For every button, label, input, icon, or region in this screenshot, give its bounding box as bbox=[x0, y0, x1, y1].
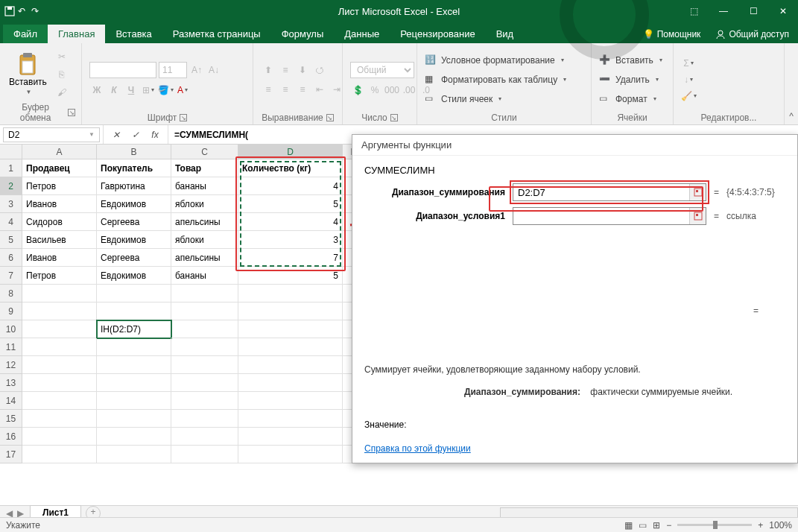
font-family-combo[interactable] bbox=[89, 62, 156, 78]
comma-icon[interactable]: 000 bbox=[384, 83, 399, 98]
font-launcher[interactable]: ↘ bbox=[180, 114, 187, 121]
inc-decimal-icon[interactable]: .00 bbox=[402, 83, 417, 98]
bold-button[interactable]: Ж bbox=[89, 83, 104, 98]
number-launcher[interactable]: ↘ bbox=[390, 114, 398, 121]
active-cell[interactable]: ІН(D2:D7) bbox=[97, 320, 171, 338]
maximize-icon[interactable]: ☐ bbox=[738, 0, 768, 22]
arg1-input[interactable] bbox=[513, 184, 689, 200]
arg1-label: Диапазон_суммирования bbox=[375, 187, 505, 197]
arg1-result: {4:5:4:3:7:5} bbox=[726, 187, 775, 197]
view-layout-icon[interactable]: ▭ bbox=[639, 520, 647, 531]
insert-cells-button[interactable]: ➕Вставить▾ bbox=[599, 51, 662, 69]
window-title: Лист Microsoft Excel - Excel bbox=[338, 6, 460, 17]
align-bottom-icon[interactable]: ⬇ bbox=[295, 63, 310, 77]
align-launcher[interactable]: ↘ bbox=[326, 114, 334, 121]
cell-styles-button[interactable]: ▭Стили ячеек▾ bbox=[425, 90, 583, 108]
copy-icon[interactable]: ⎘ bbox=[54, 67, 69, 82]
cancel-formula-icon[interactable]: ✕ bbox=[108, 130, 124, 140]
autosum-icon[interactable]: Σ▾ bbox=[681, 56, 696, 71]
format-table-button[interactable]: ▦Форматировать как таблицу▾ bbox=[425, 71, 583, 89]
indent-dec-icon[interactable]: ⇤ bbox=[312, 82, 327, 97]
format-cells-button[interactable]: ▭Формат▾ bbox=[599, 90, 662, 108]
fill-color-icon[interactable]: 🪣▾ bbox=[158, 83, 173, 98]
align-left-icon[interactable]: ≡ bbox=[261, 82, 276, 97]
border-icon[interactable]: ⊞▾ bbox=[141, 83, 156, 98]
col-head-a[interactable]: A bbox=[22, 145, 97, 159]
cell-styles-icon: ▭ bbox=[425, 93, 437, 105]
status-bar: Укажите ▦ ▭ ⊞ − + 100% bbox=[0, 517, 798, 532]
cell[interactable]: Продавец bbox=[22, 159, 97, 177]
arg2-input[interactable] bbox=[513, 208, 689, 224]
name-box[interactable]: D2▼ bbox=[3, 127, 100, 142]
tab-formulas[interactable]: Формулы bbox=[271, 25, 335, 43]
view-normal-icon[interactable]: ▦ bbox=[624, 520, 633, 531]
tab-view[interactable]: Вид bbox=[486, 25, 525, 43]
save-icon[interactable] bbox=[4, 6, 15, 16]
conditional-format-button[interactable]: 🔢Условное форматирование▾ bbox=[425, 51, 583, 69]
svg-rect-1 bbox=[7, 7, 12, 10]
minimize-icon[interactable]: — bbox=[709, 0, 738, 22]
view-break-icon[interactable]: ⊞ bbox=[653, 520, 660, 531]
paste-button[interactable]: Вставить ▼ bbox=[6, 51, 50, 97]
format-painter-icon[interactable]: 🖌 bbox=[54, 85, 69, 100]
cut-icon[interactable]: ✂ bbox=[54, 49, 69, 64]
delete-cells-button[interactable]: ➖Удалить▾ bbox=[599, 71, 662, 89]
arg2-result: ссылка bbox=[726, 211, 756, 221]
number-format-combo[interactable]: Общий bbox=[350, 62, 414, 78]
ribbon-options-icon[interactable]: ⬚ bbox=[679, 0, 709, 22]
align-right-icon[interactable]: ≡ bbox=[295, 82, 310, 97]
svg-rect-4 bbox=[23, 53, 32, 57]
accept-formula-icon[interactable]: ✓ bbox=[127, 130, 144, 140]
zoom-slider[interactable] bbox=[677, 524, 752, 526]
table-icon: ▦ bbox=[425, 74, 437, 86]
zoom-in-icon[interactable]: + bbox=[758, 520, 763, 531]
col-head-d[interactable]: D bbox=[238, 145, 343, 159]
col-head-b[interactable]: B bbox=[97, 145, 171, 159]
fill-icon[interactable]: ↓▾ bbox=[681, 72, 696, 87]
increase-font-icon[interactable]: A↑ bbox=[189, 63, 204, 77]
param-label: Диапазон_суммирования: bbox=[364, 387, 588, 397]
col-head-c[interactable]: C bbox=[171, 145, 238, 159]
help-link[interactable]: Справка по этой функции bbox=[364, 443, 785, 454]
value-label: Значение: bbox=[364, 419, 785, 430]
function-description: Суммирует ячейки, удовлетворяющие заданн… bbox=[364, 364, 785, 375]
range-selector-icon[interactable] bbox=[689, 184, 706, 200]
orientation-icon[interactable]: ⭯ bbox=[312, 63, 327, 77]
tab-review[interactable]: Рецензирование bbox=[390, 25, 485, 43]
percent-icon[interactable]: % bbox=[367, 83, 382, 98]
align-center-icon[interactable]: ≡ bbox=[278, 82, 293, 97]
titlebar: ↶ ↷ Лист Microsoft Excel - Excel ⬚ — ☐ ✕ bbox=[0, 0, 798, 22]
select-all-corner[interactable] bbox=[0, 145, 22, 159]
undo-icon[interactable]: ↶ bbox=[18, 6, 28, 16]
align-mid-icon[interactable]: ≡ bbox=[278, 63, 293, 77]
indent-inc-icon[interactable]: ⇥ bbox=[329, 82, 344, 97]
italic-button[interactable]: К bbox=[107, 83, 121, 98]
tab-layout[interactable]: Разметка страницы bbox=[162, 25, 271, 43]
fx-icon[interactable]: fx bbox=[147, 130, 163, 140]
tab-insert[interactable]: Вставка bbox=[105, 25, 162, 43]
svg-rect-9 bbox=[696, 190, 698, 192]
redo-icon[interactable]: ↷ bbox=[31, 6, 42, 16]
font-color-icon[interactable]: A▾ bbox=[175, 83, 190, 98]
currency-icon[interactable]: 💲 bbox=[350, 83, 365, 98]
underline-button[interactable]: Ч bbox=[124, 83, 139, 98]
tell-me[interactable]: 💡 Помощник bbox=[637, 25, 706, 43]
zoom-level[interactable]: 100% bbox=[769, 520, 792, 531]
tab-home[interactable]: Главная bbox=[48, 25, 105, 43]
range-selector-icon[interactable] bbox=[689, 208, 706, 224]
decrease-font-icon[interactable]: A↓ bbox=[206, 63, 221, 77]
collapse-ribbon-icon[interactable]: ^ bbox=[785, 43, 798, 124]
tab-data[interactable]: Данные bbox=[334, 25, 390, 43]
format-cells-icon: ▭ bbox=[599, 93, 611, 105]
status-text: Укажите bbox=[6, 520, 40, 531]
clipboard-launcher[interactable]: ↘ bbox=[68, 109, 75, 116]
zoom-out-icon[interactable]: − bbox=[666, 520, 671, 531]
clear-icon[interactable]: 🧹▾ bbox=[681, 89, 696, 104]
tab-file[interactable]: Файл bbox=[3, 25, 48, 43]
ribbon: Вставить ▼ ✂ ⎘ 🖌 Буфер обмена↘ A↑ A↓ Ж bbox=[0, 43, 798, 125]
dialog-title: Аргументы функции bbox=[352, 135, 797, 156]
font-size-combo[interactable] bbox=[159, 62, 187, 78]
share-button[interactable]: Общий доступ bbox=[706, 25, 798, 43]
close-icon[interactable]: ✕ bbox=[768, 0, 798, 22]
align-top-icon[interactable]: ⬆ bbox=[261, 63, 276, 77]
